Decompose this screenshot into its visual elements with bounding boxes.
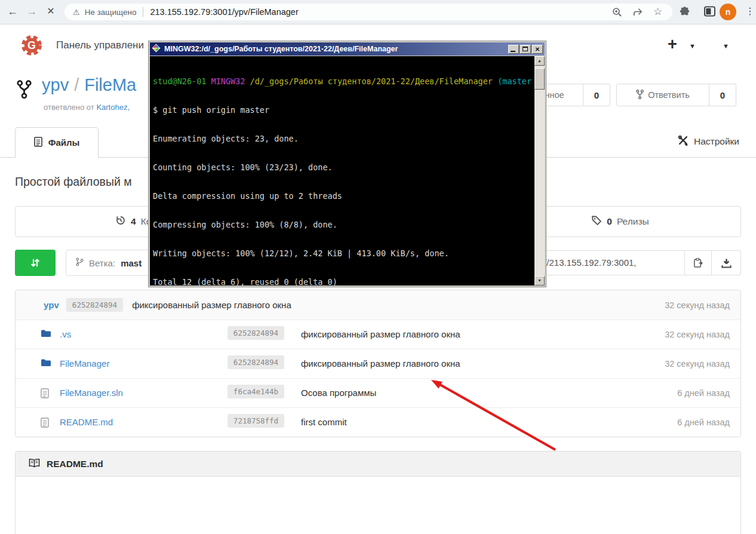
file-commit-message[interactable]: фиксированный размер главного окна bbox=[301, 358, 460, 369]
file-commit-hash[interactable]: 7218758ffd bbox=[228, 414, 284, 428]
repo-owner-link[interactable]: ypv bbox=[42, 75, 69, 94]
browser-back-icon[interactable]: ← bbox=[5, 5, 20, 18]
side-panel-icon[interactable] bbox=[704, 6, 716, 18]
latest-commit-author[interactable]: ypv bbox=[44, 300, 59, 310]
forked-from-prefix: ответвлено от bbox=[44, 103, 94, 112]
folder-icon bbox=[41, 329, 51, 340]
terminal-titlebar[interactable]: MINGW32:/d/_gogs/Работы студентов/2021-2… bbox=[150, 42, 545, 56]
file-commit-hash[interactable]: 6252824894 bbox=[228, 326, 284, 340]
repo-fork-icon bbox=[17, 80, 32, 101]
download-button[interactable] bbox=[712, 250, 741, 275]
zoom-icon[interactable] bbox=[611, 7, 622, 17]
close-icon[interactable]: ✕ bbox=[532, 45, 543, 54]
file-row: FileManager 6252824894 фиксированный раз… bbox=[16, 349, 740, 378]
file-commit-hash[interactable]: f6ca4e144b bbox=[228, 385, 284, 398]
readme-title: README.md bbox=[47, 459, 103, 469]
file-table: ypv 6252824894 фиксированный размер глав… bbox=[15, 290, 741, 437]
terminal-command: $ git push origin master bbox=[153, 105, 533, 115]
file-name-link[interactable]: FileManager.sln bbox=[60, 388, 123, 398]
file-commit-hash[interactable]: 6252824894 bbox=[228, 355, 284, 369]
file-name-link[interactable]: .vs bbox=[60, 329, 71, 339]
scrollbar-thumb[interactable] bbox=[534, 68, 545, 90]
files-doc-icon bbox=[34, 137, 42, 149]
browser-toolbar: ← → ✕ ⚠ Не защищено 213.155.192.79:3001/… bbox=[0, 0, 756, 24]
terminal-window: MINGW32:/d/_gogs/Работы студентов/2021-2… bbox=[148, 41, 546, 287]
copy-url-button[interactable] bbox=[685, 250, 712, 275]
folder-icon bbox=[41, 358, 51, 369]
download-icon bbox=[721, 258, 732, 268]
fork-button-group: Ответвить 0 bbox=[616, 84, 736, 106]
readme-panel: README.md bbox=[15, 451, 741, 534]
terminal-output: stud@N26-01 MINGW32 /d/_gogs/Работы студ… bbox=[153, 57, 533, 286]
file-commit-age: 6 дней назад bbox=[677, 418, 730, 427]
page: ← → ✕ ⚠ Не защищено 213.155.192.79:3001/… bbox=[0, 0, 756, 534]
terminal-scrollbar[interactable]: ▲ ▼ bbox=[534, 56, 545, 286]
scroll-up-icon[interactable]: ▲ bbox=[534, 56, 545, 66]
url-text[interactable]: 213.155.192.79:3001/ypv/FileManager bbox=[150, 7, 298, 17]
file-row: .vs 6252824894 фиксированный размер глав… bbox=[16, 320, 740, 349]
readme-header: README.md bbox=[16, 452, 740, 477]
file-name-link[interactable]: FileManager bbox=[60, 358, 109, 369]
repo-title-separator: / bbox=[69, 75, 84, 94]
file-commit-age: 6 дней назад bbox=[677, 388, 730, 398]
fork-button[interactable]: Ответвить bbox=[616, 84, 709, 106]
terminal-app-icon bbox=[152, 44, 161, 55]
file-name-link[interactable]: README.md bbox=[60, 417, 113, 427]
browser-menu-icon[interactable]: ⋮ bbox=[745, 5, 755, 17]
browser-profile-avatar[interactable]: n bbox=[720, 4, 736, 20]
gogs-logo[interactable]: G bbox=[20, 34, 43, 57]
forked-from-link[interactable]: Kartohez, bbox=[96, 103, 130, 112]
star-count[interactable]: 0 bbox=[583, 84, 610, 106]
compare-arrows-icon bbox=[29, 257, 41, 269]
extensions-puzzle-icon[interactable] bbox=[679, 6, 691, 18]
svg-text:G: G bbox=[27, 39, 36, 51]
compare-button[interactable] bbox=[15, 250, 56, 276]
file-icon bbox=[41, 418, 49, 430]
new-menu-caret-icon[interactable]: ▼ bbox=[689, 42, 696, 50]
repo-title: ypv/FileMa bbox=[42, 75, 136, 95]
repo-description: Простой файловый м bbox=[15, 175, 132, 189]
tab-files[interactable]: Файлы bbox=[15, 127, 99, 158]
nav-dashboard-link[interactable]: Панель управлени bbox=[56, 39, 144, 51]
history-icon bbox=[115, 215, 126, 228]
omnibox-divider bbox=[143, 7, 143, 17]
bookmark-star-icon[interactable]: ☆ bbox=[653, 7, 664, 17]
terminal-console[interactable]: stud@N26-01 MINGW32 /d/_gogs/Работы студ… bbox=[150, 56, 545, 286]
security-label[interactable]: Не защищено bbox=[85, 8, 137, 17]
share-icon[interactable] bbox=[632, 7, 643, 17]
new-repo-plus-icon[interactable]: + bbox=[668, 35, 677, 54]
latest-commit-age: 32 секунд назад bbox=[665, 300, 740, 310]
minimize-icon[interactable] bbox=[508, 45, 519, 54]
address-bar[interactable]: ⚠ Не защищено 213.155.192.79:3001/ypv/Fi… bbox=[64, 4, 672, 20]
latest-commit-hash[interactable]: 6252824894 bbox=[66, 298, 123, 312]
latest-commit-message[interactable]: фиксированный размер главного окна bbox=[132, 300, 291, 310]
user-menu-caret-icon[interactable]: ▼ bbox=[723, 42, 729, 50]
clone-url-group: http://213.155.192.79:3001, bbox=[519, 250, 741, 275]
browser-stop-icon[interactable]: ✕ bbox=[43, 5, 59, 17]
fork-count[interactable]: 0 bbox=[709, 84, 736, 106]
forked-from-note: ответвлено от Kartohez, bbox=[44, 103, 130, 112]
branch-icon bbox=[76, 257, 84, 268]
terminal-title: MINGW32:/d/_gogs/Работы студентов/2021-2… bbox=[164, 45, 505, 53]
file-icon bbox=[41, 388, 49, 401]
settings-tools-icon bbox=[678, 135, 689, 148]
maximize-icon[interactable] bbox=[520, 45, 531, 54]
book-icon bbox=[29, 458, 40, 470]
security-warning-icon: ⚠ bbox=[73, 8, 80, 17]
tag-icon bbox=[591, 215, 602, 228]
file-row: FileManager.sln f6ca4e144b Осова програм… bbox=[16, 378, 740, 407]
file-commit-message[interactable]: first commit bbox=[301, 417, 347, 427]
fork-mini-icon bbox=[636, 90, 644, 101]
repo-name-link[interactable]: FileMa bbox=[84, 75, 136, 94]
tab-settings[interactable]: Настройки bbox=[678, 135, 739, 148]
file-commit-message[interactable]: фиксированный размер главного окна bbox=[301, 329, 460, 339]
browser-forward-icon[interactable]: → bbox=[24, 5, 39, 18]
file-commit-age: 32 секунд назад bbox=[665, 359, 730, 369]
file-row: README.md 7218758ffd first commit 6 дней… bbox=[16, 407, 740, 437]
scroll-down-icon[interactable]: ▼ bbox=[534, 276, 545, 286]
clipboard-icon bbox=[693, 257, 703, 268]
file-commit-age: 32 секунд назад bbox=[665, 330, 730, 339]
file-commit-message[interactable]: Осова программы bbox=[301, 388, 376, 398]
latest-commit-row: ypv 6252824894 фиксированный размер глав… bbox=[16, 290, 740, 320]
